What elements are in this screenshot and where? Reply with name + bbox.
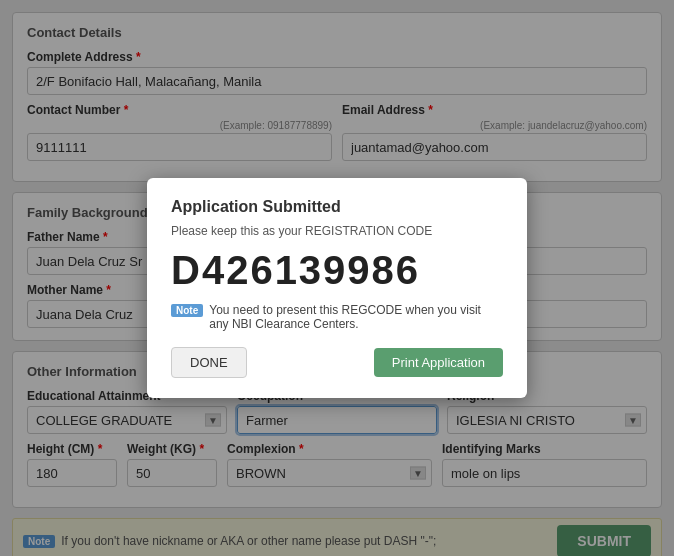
- modal-note-text: You need to present this REGCODE when yo…: [209, 303, 503, 331]
- done-button[interactable]: DONE: [171, 347, 247, 378]
- modal-dialog: Application Submitted Please keep this a…: [147, 178, 527, 398]
- registration-code: D426139986: [171, 248, 503, 293]
- main-container: Contact Details Complete Address * Conta…: [0, 0, 674, 556]
- modal-buttons: DONE Print Application: [171, 347, 503, 378]
- modal-title: Application Submitted: [171, 198, 503, 216]
- print-application-button[interactable]: Print Application: [374, 348, 503, 377]
- modal-subtitle: Please keep this as your REGISTRATION CO…: [171, 224, 503, 238]
- modal-note-badge: Note: [171, 304, 203, 317]
- modal-overlay: Application Submitted Please keep this a…: [0, 0, 674, 556]
- modal-note: Note You need to present this REGCODE wh…: [171, 303, 503, 331]
